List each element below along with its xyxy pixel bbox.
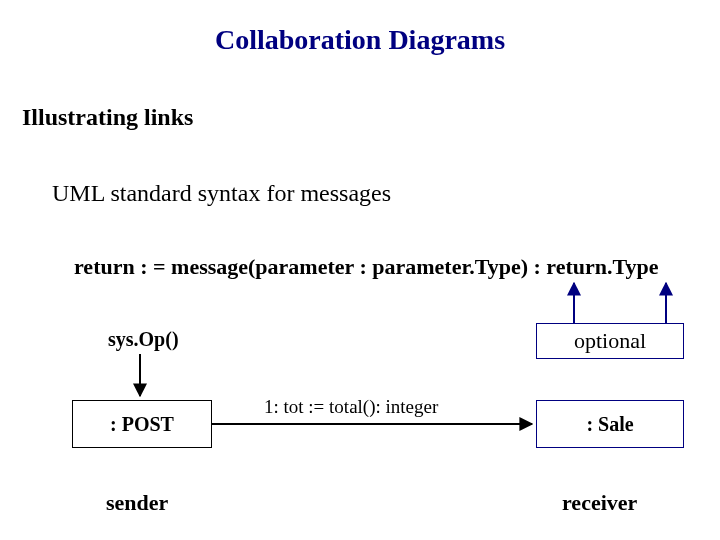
sysop-label: sys.Op() [108,328,179,351]
post-box: : POST [72,400,212,448]
receiver-label: receiver [562,490,637,516]
sale-box: : Sale [536,400,684,448]
syntax-expression: return : = message(parameter : parameter… [74,254,659,280]
page-title: Collaboration Diagrams [0,24,720,56]
optional-box: optional [536,323,684,359]
sale-label: : Sale [586,413,633,436]
section-heading-syntax: UML standard syntax for messages [52,180,391,207]
post-label: : POST [110,413,174,436]
optional-label: optional [574,328,646,354]
section-heading-links: Illustrating links [22,104,193,131]
sender-label: sender [106,490,168,516]
message-label: 1: tot := total(): integer [264,396,438,418]
